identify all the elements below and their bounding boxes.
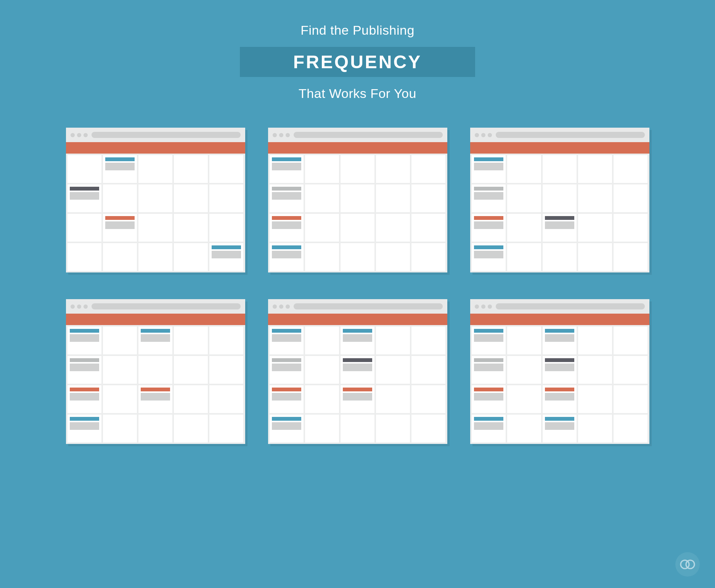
window-dots — [273, 133, 290, 137]
calendar-cell — [578, 385, 612, 413]
event-block — [545, 334, 574, 342]
calendar-cell — [103, 385, 137, 413]
calendar-cell — [543, 327, 577, 354]
event-stripe — [474, 417, 503, 421]
calendar-cell — [209, 356, 243, 384]
calendar-cell — [103, 327, 137, 354]
window-dots — [71, 304, 88, 309]
calendar-cell — [507, 415, 541, 442]
ribbon-bar — [268, 314, 447, 325]
calendar-cell — [103, 415, 137, 442]
event-block — [105, 163, 135, 170]
window-dots — [475, 133, 492, 137]
address-bar — [496, 132, 645, 138]
calendar-cell — [614, 155, 648, 183]
event-stripe — [272, 388, 301, 391]
window-dot-icon — [475, 304, 479, 309]
calendar-cell — [543, 184, 577, 212]
event-block — [212, 251, 241, 258]
event-block — [343, 364, 372, 371]
calendar-cell — [270, 327, 304, 354]
calendar-cell — [376, 243, 410, 271]
calendar-window-5 — [470, 299, 649, 444]
calendar-cell — [67, 327, 101, 354]
calendar-cell — [103, 155, 137, 183]
calendar-cell — [614, 415, 648, 442]
calendar-cell — [305, 327, 339, 354]
calendar-cell — [341, 155, 374, 183]
calendar-grid — [66, 128, 649, 444]
event-block — [474, 364, 503, 371]
event-stripe — [545, 216, 574, 220]
calendar-cell — [376, 327, 410, 354]
event-stripe — [70, 358, 99, 362]
calendar-cell — [305, 356, 339, 384]
event-block — [141, 393, 170, 401]
titlebar — [66, 128, 245, 142]
calendar-cell — [472, 327, 506, 354]
calendar-cell — [138, 184, 172, 212]
calendar-cell — [341, 385, 374, 413]
calendar-cell — [411, 243, 445, 271]
event-block — [272, 364, 301, 371]
calendar-cell — [507, 184, 541, 212]
calendar-cell — [209, 415, 243, 442]
calendar-cell — [614, 327, 648, 354]
event-block — [474, 163, 503, 170]
calendar-cell — [578, 327, 612, 354]
event-stripe — [343, 329, 372, 333]
event-stripe — [105, 216, 135, 220]
calendar-cell — [103, 184, 137, 212]
event-stripe — [545, 358, 574, 362]
calendar-cell — [341, 243, 374, 271]
calendar-cell — [472, 155, 506, 183]
calendar-cell — [507, 356, 541, 384]
window-dot-icon — [475, 133, 479, 137]
event-block — [70, 422, 99, 430]
ribbon-bar — [470, 142, 649, 154]
calendar-cell — [305, 214, 339, 242]
calendar-cell — [209, 243, 243, 271]
event-block — [545, 422, 574, 430]
calendar-cell — [209, 155, 243, 183]
window-dot-icon — [84, 304, 88, 309]
calendar-cell — [614, 243, 648, 271]
calendar-cell — [174, 214, 208, 242]
calendar-cell — [543, 155, 577, 183]
event-block — [272, 422, 301, 430]
event-block — [70, 364, 99, 371]
calendar-cell — [472, 184, 506, 212]
titlebar — [268, 299, 447, 314]
calendar-cell — [507, 214, 541, 242]
event-stripe — [70, 187, 99, 191]
event-block — [105, 221, 135, 229]
event-block — [545, 221, 574, 229]
event-block — [272, 334, 301, 342]
calendar-cell — [174, 184, 208, 212]
heading-line3: That Works For You — [240, 86, 475, 101]
event-block — [474, 192, 503, 200]
calendar-cell — [507, 385, 541, 413]
calendar-cell — [67, 214, 101, 242]
event-stripe — [343, 358, 372, 362]
address-bar — [92, 132, 241, 138]
calendar-cell — [578, 214, 612, 242]
heading-line1: Find the Publishing — [240, 23, 475, 38]
calendar-cell — [578, 415, 612, 442]
event-block — [70, 334, 99, 342]
calendar-cell — [305, 415, 339, 442]
event-stripe — [105, 157, 135, 161]
calendar-cell — [67, 243, 101, 271]
calendar-cell — [138, 243, 172, 271]
event-stripe — [343, 388, 372, 391]
heading: Find the Publishing FREQUENCY That Works… — [240, 23, 475, 101]
calendar-cell — [270, 243, 304, 271]
event-block — [70, 192, 99, 200]
event-block — [272, 393, 301, 401]
calendar-cell — [305, 184, 339, 212]
event-block — [272, 192, 301, 200]
event-stripe — [141, 388, 170, 391]
ribbon-bar — [268, 142, 447, 154]
calendar — [66, 325, 245, 444]
calendar-cell — [614, 184, 648, 212]
